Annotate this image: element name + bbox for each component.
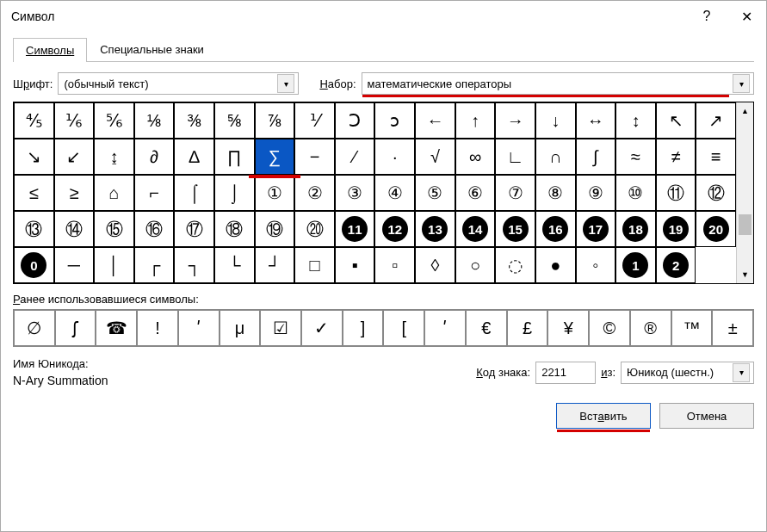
recent-symbol-cell[interactable]: ∅ xyxy=(14,310,55,346)
symbol-cell[interactable]: ∙ xyxy=(374,139,415,175)
symbol-cell[interactable]: ─ xyxy=(54,247,95,283)
symbol-cell[interactable]: ┌ xyxy=(134,247,175,283)
symbol-cell[interactable]: ▪ xyxy=(335,247,375,283)
recent-symbol-cell[interactable]: [ xyxy=(383,310,424,346)
symbol-cell[interactable]: ∞ xyxy=(455,139,496,175)
symbol-cell[interactable]: ≤ xyxy=(14,175,54,211)
code-input[interactable]: 2211 xyxy=(535,362,596,384)
symbol-cell[interactable]: ⑭ xyxy=(54,211,95,247)
symbol-cell[interactable]: ④ xyxy=(374,175,415,211)
symbol-cell[interactable]: ← xyxy=(415,102,455,139)
symbol-cell[interactable]: Ɔ xyxy=(335,102,375,139)
symbol-cell[interactable]: 1 xyxy=(615,247,656,283)
symbol-cell[interactable]: ↨ xyxy=(94,139,134,175)
symbol-cell[interactable]: ◌ xyxy=(495,247,535,283)
tab-special[interactable]: Специальные знаки xyxy=(87,37,217,61)
symbol-cell[interactable]: ② xyxy=(294,175,335,211)
symbol-cell[interactable]: □ xyxy=(294,247,335,283)
symbol-cell[interactable]: ∕ xyxy=(335,139,375,175)
symbol-cell[interactable]: ⑥ xyxy=(455,175,496,211)
recent-symbol-cell[interactable]: ʃ xyxy=(55,310,96,346)
symbol-cell[interactable]: ↓ xyxy=(535,102,576,139)
tab-symbols[interactable]: Символы xyxy=(13,38,87,62)
symbol-cell[interactable]: ⌠ xyxy=(174,175,214,211)
symbol-cell[interactable]: 2 xyxy=(656,247,696,283)
symbol-cell[interactable]: ∑ xyxy=(255,139,295,175)
symbol-cell[interactable]: ≡ xyxy=(696,139,736,175)
cancel-button[interactable]: Отмена xyxy=(659,403,754,429)
insert-button[interactable]: Вставить xyxy=(556,403,651,429)
symbol-cell[interactable]: ∫ xyxy=(576,139,616,175)
symbol-cell[interactable]: ⑦ xyxy=(495,175,535,211)
recent-symbol-cell[interactable]: ± xyxy=(712,310,753,346)
symbol-cell[interactable]: ∂ xyxy=(134,139,175,175)
symbol-cell[interactable]: ③ xyxy=(335,175,375,211)
symbol-cell[interactable]: ↗ xyxy=(696,102,736,139)
symbol-cell[interactable]: ɔ xyxy=(374,102,415,139)
scroll-thumb[interactable] xyxy=(739,214,752,235)
symbol-cell[interactable]: ⑯ xyxy=(134,211,175,247)
recent-symbol-cell[interactable]: μ xyxy=(220,310,261,346)
symbol-cell[interactable]: ⅟ xyxy=(294,102,335,139)
symbol-cell[interactable]: ⌡ xyxy=(214,175,255,211)
symbol-cell[interactable]: 12 xyxy=(374,211,415,247)
symbol-cell[interactable]: │ xyxy=(94,247,134,283)
recent-symbol-cell[interactable]: ʹ xyxy=(178,310,220,346)
symbol-cell[interactable]: ⅛ xyxy=(134,102,175,139)
symbol-cell[interactable]: √ xyxy=(415,139,455,175)
symbol-cell[interactable]: ○ xyxy=(455,247,496,283)
symbol-cell[interactable]: → xyxy=(495,102,535,139)
help-button[interactable]: ? xyxy=(687,1,727,32)
recent-symbol-cell[interactable]: ! xyxy=(137,310,178,346)
symbol-cell[interactable]: ┐ xyxy=(174,247,214,283)
recent-symbol-cell[interactable]: ☎ xyxy=(96,310,137,346)
symbol-cell[interactable]: ⑳ xyxy=(294,211,335,247)
from-select[interactable]: Юникод (шестн.) ▾ xyxy=(621,362,754,384)
symbol-cell[interactable]: ↔ xyxy=(576,102,616,139)
recent-symbol-cell[interactable]: ¥ xyxy=(547,310,589,346)
symbol-cell[interactable]: ↑ xyxy=(455,102,496,139)
symbol-cell[interactable]: ≠ xyxy=(656,139,696,175)
symbol-cell[interactable]: ◊ xyxy=(415,247,455,283)
symbol-cell[interactable]: ⑧ xyxy=(535,175,576,211)
recent-symbol-cell[interactable]: ☑ xyxy=(260,310,301,346)
symbol-cell[interactable]: ⑩ xyxy=(615,175,656,211)
symbol-cell[interactable]: ⑬ xyxy=(14,211,54,247)
symbol-cell[interactable]: ∩ xyxy=(535,139,576,175)
symbol-cell[interactable]: 19 xyxy=(656,211,696,247)
symbol-cell[interactable]: ⌂ xyxy=(94,175,134,211)
symbol-cell[interactable]: ↘ xyxy=(14,139,54,175)
symbol-cell[interactable]: 17 xyxy=(576,211,616,247)
symbol-cell[interactable]: 15 xyxy=(495,211,535,247)
recent-symbol-cell[interactable]: ® xyxy=(630,310,671,346)
recent-symbol-cell[interactable]: © xyxy=(589,310,630,346)
symbol-cell[interactable]: ⑰ xyxy=(174,211,214,247)
symbol-cell[interactable]: ⅘ xyxy=(14,102,54,139)
symbol-cell[interactable]: ① xyxy=(255,175,295,211)
close-button[interactable]: ✕ xyxy=(727,1,766,32)
recent-symbol-cell[interactable]: ™ xyxy=(671,310,713,346)
symbol-cell[interactable]: ↖ xyxy=(656,102,696,139)
symbol-cell[interactable]: 20 xyxy=(696,211,736,247)
symbol-cell[interactable]: ⅚ xyxy=(94,102,134,139)
symbol-cell[interactable]: 16 xyxy=(535,211,576,247)
symbol-cell[interactable]: 11 xyxy=(335,211,375,247)
symbol-cell[interactable]: ⑱ xyxy=(214,211,255,247)
symbol-cell[interactable]: ▫ xyxy=(374,247,415,283)
symbol-cell[interactable]: ⑨ xyxy=(576,175,616,211)
font-select[interactable]: (обычный текст) ▾ xyxy=(58,72,299,95)
symbol-cell[interactable]: ∆ xyxy=(174,139,214,175)
recent-symbol-cell[interactable]: £ xyxy=(507,310,548,346)
symbol-cell[interactable]: ⑫ xyxy=(696,175,736,211)
symbol-cell[interactable]: − xyxy=(294,139,335,175)
symbol-cell[interactable]: ≈ xyxy=(615,139,656,175)
symbol-cell[interactable]: ◦ xyxy=(576,247,616,283)
symbol-cell[interactable]: ● xyxy=(535,247,576,283)
subset-select[interactable]: математические операторы ▾ xyxy=(362,72,754,95)
symbol-cell[interactable]: ⅙ xyxy=(54,102,95,139)
symbol-cell[interactable]: └ xyxy=(214,247,255,283)
scroll-track[interactable] xyxy=(737,120,753,266)
symbol-cell[interactable]: ⅞ xyxy=(255,102,295,139)
scroll-up-icon[interactable]: ▲ xyxy=(737,102,753,120)
symbol-cell[interactable]: ∟ xyxy=(495,139,535,175)
